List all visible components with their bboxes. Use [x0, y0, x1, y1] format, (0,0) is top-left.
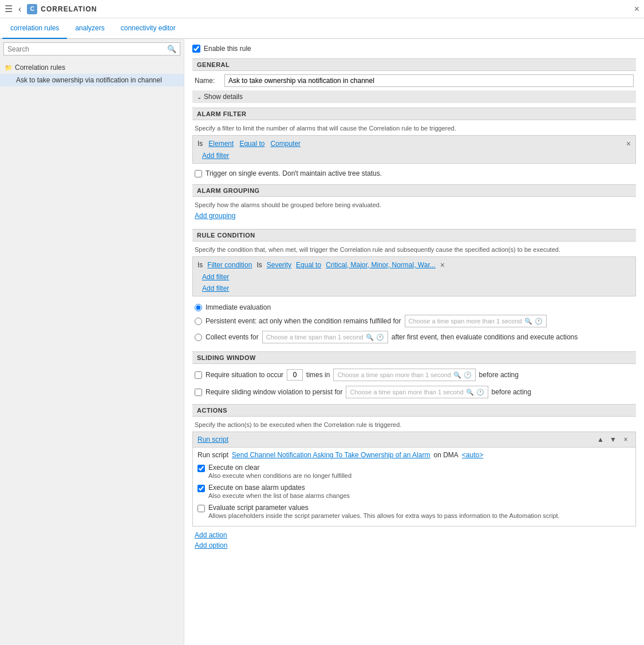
back-button[interactable]: ‹: [18, 4, 21, 14]
collect-time-span-text: Choose a time span than 1 second: [266, 334, 364, 341]
require-situation-row: Require situation to occur times in Choo…: [192, 367, 636, 382]
execute-on-clear-label: Execute on clear: [208, 464, 351, 472]
action-up-button[interactable]: ▲: [595, 434, 606, 445]
tree-group-label: Correlation rules: [15, 64, 65, 72]
persistent-radio-label: Persistent event: act only when the cond…: [206, 317, 401, 325]
rc-add-filter-link[interactable]: Add filter: [197, 273, 229, 281]
main-layout: 🔍 📁 Correlation rules Ask to take owners…: [0, 39, 644, 645]
sliding-clock-icon: 🕐: [476, 389, 484, 396]
execute-on-clear-desc: Also execute when conditions are no long…: [208, 472, 351, 479]
execute-on-base-checkbox[interactable]: [197, 485, 205, 492]
rc-is1: Is: [197, 261, 203, 269]
content-area: Enable this rule GENERAL Name: ⌄ Show de…: [184, 39, 644, 645]
add-option-row: Add option: [192, 540, 636, 551]
sliding-time-span-input[interactable]: Choose a time span more than 1 second 🔍 …: [346, 386, 488, 398]
persistent-radio-row: Persistent event: act only when the cond…: [195, 315, 634, 327]
persistent-time-span-input[interactable]: Choose a time span more than 1 second 🔍 …: [405, 315, 547, 327]
action-down-button[interactable]: ▼: [608, 434, 618, 445]
action-body: Run script Send Channel Notification Ask…: [193, 448, 635, 526]
sidebar: 🔍 📁 Correlation rules Ask to take owners…: [0, 39, 184, 645]
situation-clock-icon: 🕐: [464, 371, 472, 379]
rc-add-filter-link2[interactable]: Add filter: [197, 284, 229, 292]
trigger-single-events-checkbox[interactable]: [195, 170, 202, 177]
rc-severity[interactable]: Severity: [267, 261, 291, 269]
require-sliding-checkbox[interactable]: [195, 389, 202, 396]
rc-equal-to[interactable]: Equal to: [296, 261, 321, 269]
rc-filter-condition[interactable]: Filter condition: [207, 261, 252, 269]
run-script-label: Run script: [197, 451, 228, 459]
filter-is: Is: [197, 140, 203, 148]
tab-connectivity-editor[interactable]: connectivity editor: [113, 18, 184, 39]
on-dma-label: on DMA: [433, 451, 458, 459]
action-header: Run script ▲ ▼ ×: [193, 432, 635, 448]
persistent-radio[interactable]: [195, 318, 202, 325]
collect-radio[interactable]: [195, 334, 202, 341]
evaluate-script-checkbox[interactable]: [197, 505, 205, 512]
add-option-link[interactable]: Add option: [192, 540, 230, 551]
add-action-link[interactable]: Add action: [192, 530, 230, 540]
run-script-name[interactable]: Send Channel Notification Asking To Take…: [232, 451, 430, 459]
situation-number-input[interactable]: [287, 369, 303, 381]
rule-condition-desc: Specify the condition that, when met, wi…: [192, 245, 636, 256]
search-input[interactable]: [7, 45, 167, 53]
require-situation-label: Require situation to occur: [206, 371, 283, 379]
collect-time-span-input[interactable]: Choose a time span than 1 second 🔍 🕐: [262, 331, 388, 343]
enable-rule-checkbox[interactable]: [192, 45, 200, 53]
rc-add-filter-row2: Add filter: [197, 283, 631, 292]
tab-analyzers[interactable]: analyzers: [67, 18, 112, 39]
alarm-filter-header: ALARM FILTER: [192, 108, 636, 120]
tree-group[interactable]: 📁 Correlation rules: [0, 61, 184, 74]
persistent-time-clock-icon: 🕐: [535, 318, 543, 325]
enable-rule-row: Enable this rule: [192, 45, 636, 53]
rc-value[interactable]: Critical, Major, Minor, Normal, War...: [326, 261, 436, 269]
chevron-icon: ⌄: [197, 94, 202, 100]
execute-on-base-desc: Also execute when the list of base alarm…: [208, 492, 350, 499]
tree-container: 📁 Correlation rules Ask to take ownershi…: [0, 59, 184, 645]
run-script-action-block: Run script ▲ ▼ × Run script Send Channel…: [192, 432, 636, 527]
sliding-window-section: SLIDING WINDOW Require situation to occu…: [192, 351, 636, 399]
sliding-time-span-text: Choose a time span more than 1 second: [350, 389, 463, 395]
rc-add-filter-row: Add filter: [197, 272, 631, 281]
show-details-button[interactable]: ⌄ Show details: [192, 90, 636, 103]
execute-on-clear-checkbox[interactable]: [197, 465, 205, 472]
require-situation-checkbox[interactable]: [195, 371, 202, 379]
filter-close-icon[interactable]: ×: [626, 139, 631, 148]
sliding-window-header: SLIDING WINDOW: [192, 351, 636, 364]
add-filter-link-1[interactable]: Add filter: [197, 152, 229, 160]
situation-search-icon: 🔍: [453, 371, 461, 379]
collect-radio-suffix: after first event, then evaluate conditi…: [392, 333, 578, 341]
tree-item[interactable]: Ask to take ownership via notification i…: [0, 74, 184, 86]
name-label: Name:: [195, 77, 220, 85]
add-grouping-link[interactable]: Add grouping: [192, 212, 235, 220]
collect-time-search-icon: 🔍: [366, 334, 374, 341]
filter-computer[interactable]: Computer: [270, 140, 301, 148]
name-input[interactable]: [224, 74, 634, 87]
search-box[interactable]: 🔍: [3, 42, 180, 56]
tab-correlation-rules[interactable]: correlation rules: [2, 18, 67, 39]
auto-dma-label[interactable]: <auto>: [462, 451, 483, 459]
close-button[interactable]: ×: [634, 4, 639, 14]
action-remove-button[interactable]: ×: [621, 434, 631, 445]
immediate-radio[interactable]: [195, 304, 202, 311]
actions-header: ACTIONS: [192, 404, 636, 417]
evaluate-script-row: Evaluate script parameter values Allows …: [197, 502, 631, 520]
rc-filter-close-icon[interactable]: ×: [440, 260, 445, 270]
evaluate-script-label: Evaluate script parameter values: [208, 504, 560, 512]
situation-time-span-input[interactable]: Choose a time span more than 1 second 🔍 …: [333, 369, 475, 381]
hamburger-button[interactable]: ☰: [5, 3, 13, 14]
filter-element[interactable]: Element: [208, 140, 234, 148]
rc-is2: Is: [256, 261, 262, 269]
alarm-grouping-desc: Specify how the alarms should be grouped…: [192, 200, 636, 212]
evaluate-script-content: Evaluate script parameter values Allows …: [208, 504, 560, 519]
filter-equal-to[interactable]: Equal to: [239, 140, 264, 148]
add-filter-row-1: Add filter: [197, 151, 631, 160]
execute-on-base-row: Execute on base alarm updates Also execu…: [197, 482, 631, 500]
execute-on-clear-content: Execute on clear Also execute when condi…: [208, 464, 351, 479]
run-script-header-title[interactable]: Run script: [197, 436, 228, 444]
title-bar: ☰ ‹ C CORRELATION ×: [0, 0, 644, 18]
rule-condition-section: RULE CONDITION Specify the condition tha…: [192, 229, 636, 347]
general-section-header: GENERAL: [192, 58, 636, 71]
app-icon: C: [27, 4, 37, 14]
situation-time-span-text: Choose a time span more than 1 second: [337, 371, 451, 378]
folder-icon: 📁: [5, 64, 13, 72]
